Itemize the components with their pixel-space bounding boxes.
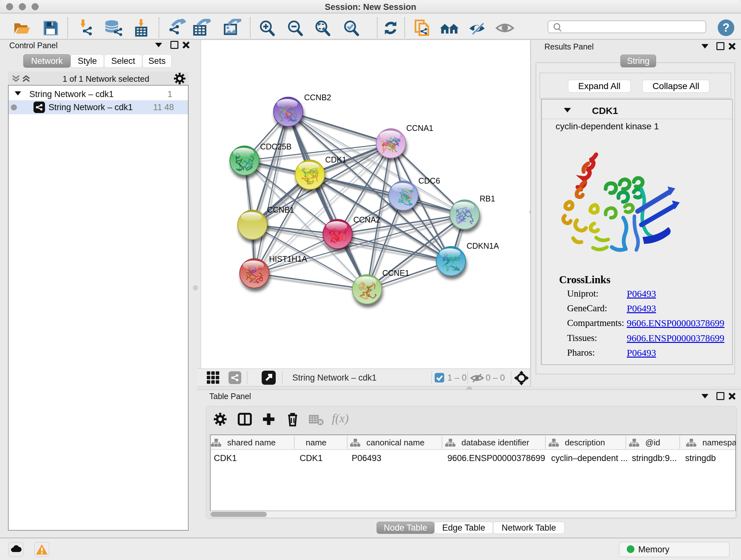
svg-text:CCNB2: CCNB2 <box>304 93 331 102</box>
svg-text:CDK1: CDK1 <box>325 155 347 164</box>
svg-text:?: ? <box>723 21 730 34</box>
svg-text:CDC6: CDC6 <box>418 176 440 185</box>
svg-text:RB1: RB1 <box>480 194 495 203</box>
svg-text:HIST1H1A: HIST1H1A <box>269 254 307 263</box>
svg-text:CCNB1: CCNB1 <box>267 205 294 214</box>
svg-text:CCNE1: CCNE1 <box>382 268 409 277</box>
svg-text:CCNA1: CCNA1 <box>406 124 433 132</box>
svg-text:CDC25B: CDC25B <box>260 142 292 151</box>
svg-text:CCNA2: CCNA2 <box>353 215 381 224</box>
svg-text:CDKN1A: CDKN1A <box>467 241 499 250</box>
